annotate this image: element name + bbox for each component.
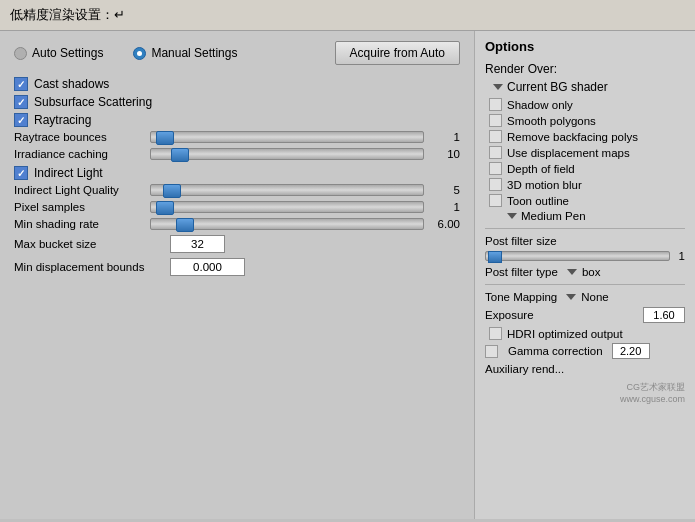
tone-mapping-value: None <box>581 291 609 303</box>
gamma-row: Gamma correction <box>485 343 685 359</box>
min-displacement-bounds-row: Min displacement bounds <box>14 258 460 276</box>
auto-settings-radio[interactable]: Auto Settings <box>14 46 103 60</box>
indirect-light-quality-label: Indirect Light Quality <box>14 184 144 196</box>
use-displacement-row: Use displacement maps <box>485 146 685 159</box>
shadow-only-checkbox[interactable] <box>489 98 502 111</box>
hdri-label: HDRI optimized output <box>507 328 623 340</box>
min-shading-rate-row: Min shading rate 6.00 <box>14 218 460 230</box>
smooth-polygons-row: Smooth polygons <box>485 114 685 127</box>
pixel-samples-label: Pixel samples <box>14 201 144 213</box>
min-shading-rate-slider[interactable] <box>150 218 424 230</box>
watermark: CG艺术家联盟www.cguse.com <box>485 381 685 404</box>
hdri-checkbox[interactable] <box>489 327 502 340</box>
cast-shadows-label: Cast shadows <box>34 77 109 91</box>
hdri-row: HDRI optimized output <box>485 327 685 340</box>
min-shading-rate-value: 6.00 <box>430 218 460 230</box>
manual-settings-label: Manual Settings <box>151 46 237 60</box>
irradiance-caching-value: 10 <box>430 148 460 160</box>
divider2 <box>485 284 685 285</box>
gamma-input[interactable] <box>612 343 650 359</box>
pixel-samples-thumb <box>156 201 174 215</box>
remove-backfacing-checkbox[interactable] <box>489 130 502 143</box>
post-filter-type-label: Post filter type <box>485 266 558 278</box>
max-bucket-size-row: Max bucket size <box>14 235 460 253</box>
toon-outline-label: Toon outline <box>507 195 569 207</box>
tone-mapping-row: Tone Mapping None <box>485 291 685 303</box>
gamma-label: Gamma correction <box>508 345 603 357</box>
indirect-light-label: Indirect Light <box>34 166 103 180</box>
post-filter-type-arrow[interactable] <box>567 269 577 275</box>
use-displacement-checkbox[interactable] <box>489 146 502 159</box>
pixel-samples-row: Pixel samples 1 <box>14 201 460 213</box>
post-filter-size-slider[interactable] <box>485 251 670 261</box>
auxiliary-label: Auxiliary rend... <box>485 363 685 375</box>
indirect-light-header: Indirect Light <box>14 166 460 180</box>
raytrace-bounces-row: Raytrace bounces 1 <box>14 131 460 143</box>
irradiance-caching-slider[interactable] <box>150 148 424 160</box>
subsurface-row: Subsurface Scattering <box>14 95 460 109</box>
cast-shadows-row: Cast shadows <box>14 77 460 91</box>
remove-backfacing-label: Remove backfacing polys <box>507 131 638 143</box>
exposure-label: Exposure <box>485 309 534 321</box>
post-filter-size-value: 1 <box>679 250 685 262</box>
toon-outline-row: Toon outline <box>485 194 685 207</box>
subsurface-checkbox[interactable] <box>14 95 28 109</box>
indirect-light-quality-thumb <box>163 184 181 198</box>
3d-motion-blur-row: 3D motion blur <box>485 178 685 191</box>
depth-of-field-checkbox[interactable] <box>489 162 502 175</box>
irradiance-caching-thumb <box>171 148 189 162</box>
use-displacement-label: Use displacement maps <box>507 147 630 159</box>
tone-mapping-label: Tone Mapping <box>485 291 557 303</box>
post-filter-size-label: Post filter size <box>485 235 685 247</box>
post-filter-type-row: Post filter type box <box>485 266 685 278</box>
min-shading-rate-label: Min shading rate <box>14 218 144 230</box>
max-bucket-size-input[interactable] <box>170 235 225 253</box>
raytrace-bounces-value: 1 <box>430 131 460 143</box>
raytracing-label: Raytracing <box>34 113 91 127</box>
page-title: 低精度渲染设置：↵ <box>10 7 125 22</box>
top-bar: 低精度渲染设置：↵ <box>0 0 695 31</box>
pixel-samples-slider[interactable] <box>150 201 424 213</box>
medium-pen-arrow <box>507 213 517 219</box>
options-title: Options <box>485 39 685 54</box>
right-panel: Options Render Over: Current BG shader S… <box>475 31 695 519</box>
auto-settings-label: Auto Settings <box>32 46 103 60</box>
pixel-samples-value: 1 <box>430 201 460 213</box>
toon-outline-checkbox[interactable] <box>489 194 502 207</box>
3d-motion-blur-label: 3D motion blur <box>507 179 582 191</box>
shadow-only-label: Shadow only <box>507 99 573 111</box>
radio-row: Auto Settings Manual Settings Acquire fr… <box>14 41 460 65</box>
post-filter-size-row: 1 <box>485 250 685 262</box>
min-displacement-bounds-label: Min displacement bounds <box>14 261 164 273</box>
medium-pen-dropdown-row[interactable]: Medium Pen <box>485 210 685 222</box>
checkboxes-group: Cast shadows Subsurface Scattering Raytr… <box>14 77 460 127</box>
irradiance-caching-row: Irradiance caching 10 <box>14 148 460 160</box>
bg-shader-dropdown-arrow <box>493 84 503 90</box>
indirect-light-quality-slider[interactable] <box>150 184 424 196</box>
3d-motion-blur-checkbox[interactable] <box>489 178 502 191</box>
cast-shadows-checkbox[interactable] <box>14 77 28 91</box>
exposure-input[interactable] <box>643 307 685 323</box>
gamma-checkbox[interactable] <box>485 345 498 358</box>
depth-of-field-row: Depth of field <box>485 162 685 175</box>
depth-of-field-label: Depth of field <box>507 163 575 175</box>
max-bucket-size-label: Max bucket size <box>14 238 164 250</box>
raytracing-row: Raytracing <box>14 113 460 127</box>
indirect-light-checkbox[interactable] <box>14 166 28 180</box>
left-panel: Auto Settings Manual Settings Acquire fr… <box>0 31 475 519</box>
acquire-from-auto-button[interactable]: Acquire from Auto <box>335 41 460 65</box>
current-bg-dropdown-row[interactable]: Current BG shader <box>485 80 685 94</box>
raytrace-bounces-slider[interactable] <box>150 131 424 143</box>
min-displacement-bounds-input[interactable] <box>170 258 245 276</box>
raytrace-bounces-thumb <box>156 131 174 145</box>
manual-radio-circle <box>133 47 146 60</box>
indirect-light-quality-value: 5 <box>430 184 460 196</box>
post-filter-size-thumb <box>488 251 502 263</box>
exposure-row: Exposure <box>485 307 685 323</box>
manual-settings-radio[interactable]: Manual Settings <box>133 46 237 60</box>
raytracing-checkbox[interactable] <box>14 113 28 127</box>
tone-mapping-arrow[interactable] <box>566 294 576 300</box>
current-bg-label: Current BG shader <box>507 80 608 94</box>
smooth-polygons-checkbox[interactable] <box>489 114 502 127</box>
raytrace-bounces-label: Raytrace bounces <box>14 131 144 143</box>
